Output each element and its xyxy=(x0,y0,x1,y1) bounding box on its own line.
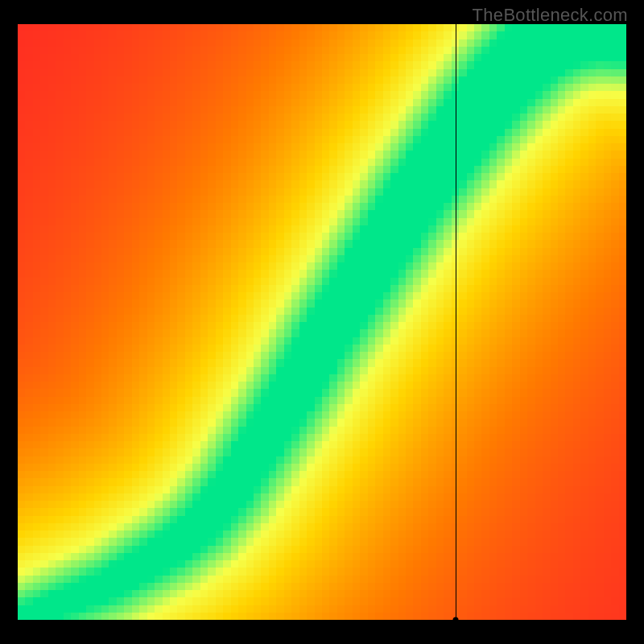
chart-container: TheBottleneck.com xyxy=(0,0,644,644)
heatmap-canvas xyxy=(18,24,626,620)
crosshair-horizontal xyxy=(18,620,626,621)
marker-dot xyxy=(453,617,459,623)
plot-area xyxy=(18,24,626,620)
watermark-text: TheBottleneck.com xyxy=(473,5,628,26)
crosshair-vertical xyxy=(456,24,456,620)
